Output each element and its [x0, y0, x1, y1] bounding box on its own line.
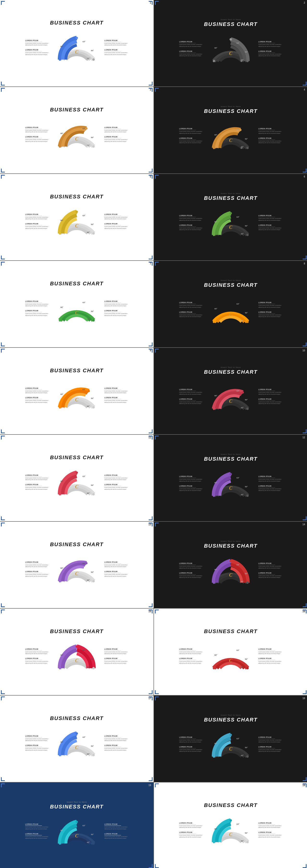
svg-point-152: [75, 821, 78, 823]
svg-text:50°: 50°: [91, 745, 94, 747]
donut-chart-20: C 80° 63° 50° 42°: [207, 811, 255, 849]
corner-tl: [1, 696, 5, 700]
corner-bl: [155, 690, 159, 694]
svg-point-49: [213, 234, 215, 236]
svg-text:C: C: [75, 136, 78, 142]
corner-br: [149, 864, 152, 868]
rb: Lorem ipsum dolor sit amet consectetur a…: [104, 477, 128, 481]
lb2: Lorem ipsum dolor sit amet consectetur a…: [25, 660, 49, 664]
lt: LOREM IPSUM: [179, 562, 203, 564]
rb: Lorem ipsum dolor sit amet consectetur a…: [258, 305, 282, 308]
svg-point-72: [59, 406, 61, 408]
svg-point-89: [75, 471, 78, 474]
corner-br: [303, 429, 307, 433]
svg-point-26: [87, 146, 89, 148]
rb: Lorem ipsum dolor sit amet consectetur a…: [104, 303, 128, 307]
chart-title: BUSINESS CHART: [50, 281, 103, 287]
slide-14: 14 Insert Text to Here BUSINESS CHART LO…: [154, 522, 307, 608]
label-group-2: LOREM IPSUM Lorem ipsum dolor sit amet c…: [25, 49, 49, 56]
svg-text:63°: 63°: [82, 302, 86, 304]
rt2: LOREM IPSUM: [258, 746, 282, 748]
lt: LOREM IPSUM: [179, 215, 203, 216]
svg-text:C: C: [75, 397, 78, 402]
svg-text:C: C: [229, 399, 232, 404]
lb: Lorem ipsum dolor sit amet consectetur a…: [25, 129, 49, 133]
rt2: LOREM IPSUM: [258, 398, 282, 400]
rt: LOREM IPSUM: [104, 648, 128, 650]
corner-br: [303, 864, 307, 868]
corner-bl: [155, 864, 159, 868]
label-line-2: [25, 51, 42, 52]
svg-text:80°: 80°: [61, 45, 63, 48]
left-labels: LOREM IPSUMLorem ipsum dolor sit amet co…: [23, 648, 49, 664]
corner-br: [149, 429, 152, 433]
right-label-line-2: [258, 53, 275, 53]
rb: Lorem ipsum dolor sit amet consectetur a…: [258, 131, 282, 134]
svg-text:42°: 42°: [87, 231, 90, 234]
rt: LOREM IPSUM: [258, 215, 282, 216]
svg-point-135: [59, 754, 61, 756]
chart-area: LOREM IPSUMLorem ipsum dolor sit amet co…: [162, 377, 300, 416]
corner-tl: [155, 783, 159, 787]
chart-area: LOREM IPSUMLorem ipsum dolor sit amet co…: [8, 550, 146, 588]
svg-point-25: [92, 145, 95, 148]
svg-text:C: C: [75, 223, 78, 228]
lt2: LOREM IPSUM: [179, 137, 203, 139]
chart-area: LOREM IPSUMLorem ipsum dolor sit amet co…: [162, 637, 300, 675]
lt2: LOREM IPSUM: [179, 658, 203, 659]
chart-title: BUSINESS CHART: [50, 541, 103, 548]
svg-text:80°: 80°: [214, 654, 217, 656]
svg-text:80°: 80°: [214, 134, 217, 136]
rt2: LOREM IPSUM: [258, 832, 282, 833]
right-labels: LOREM IPSUMLorem ipsum dolor sit amet co…: [258, 822, 285, 838]
rb: Lorem ipsum dolor sit amet consectetur a…: [258, 651, 282, 655]
svg-point-88: [59, 493, 61, 495]
svg-text:63°: 63°: [237, 649, 239, 651]
slide-16: 16 BUSINESS CHART LOREM IPSUMLorem ipsum…: [154, 609, 307, 695]
svg-point-105: [85, 562, 88, 564]
slide-number: 15: [148, 610, 151, 613]
svg-text:80°: 80°: [214, 47, 217, 49]
right-labels: LOREM IPSUMLorem ipsum dolor sit amet co…: [258, 215, 285, 231]
svg-text:50°: 50°: [245, 832, 248, 834]
svg-text:63°: 63°: [237, 129, 239, 131]
svg-text:50°: 50°: [245, 399, 248, 401]
slide-9: 9 BUSINESS CHART LOREM IPSUMLorem ipsum …: [0, 348, 154, 434]
svg-point-74: [92, 406, 95, 408]
lt2: LOREM IPSUM: [179, 398, 203, 400]
donut-chart-5: C 80° 63° 50° 42°: [53, 202, 101, 241]
chart-area: LOREM IPSUM Lorem ipsum dolor sit amet c…: [8, 28, 146, 67]
svg-text:42°: 42°: [87, 841, 90, 843]
left-labels: LOREM IPSUMLorem ipsum dolor sit amet co…: [177, 128, 203, 144]
svg-point-65: [213, 321, 215, 323]
right-labels: LOREM IPSUMLorem ipsum dolor sit amet co…: [258, 648, 285, 664]
left-labels: LOREM IPSUMLorem ipsum dolor sit amet co…: [177, 302, 203, 318]
svg-text:42°: 42°: [241, 407, 244, 409]
svg-point-42: [75, 211, 78, 213]
svg-text:C: C: [229, 51, 232, 56]
slide-5: 5 BUSINESS CHART LOREM IPSUMLorem ipsum …: [0, 174, 154, 260]
svg-point-58: [92, 319, 95, 321]
svg-text:50°: 50°: [91, 50, 94, 52]
left-labels: LOREM IPSUMLorem ipsum dolor sit amet co…: [23, 214, 49, 229]
svg-text:80°: 80°: [61, 741, 63, 743]
svg-text:80°: 80°: [61, 480, 63, 482]
svg-point-90: [92, 493, 95, 495]
rt2: LOREM IPSUM: [258, 485, 282, 487]
lb2: Lorem ipsum dolor sit amet consectetur a…: [25, 574, 49, 577]
chart-area: LOREM IPSUMLorem ipsum dolor sit amet co…: [8, 463, 146, 501]
svg-point-17: [241, 60, 242, 62]
svg-point-73: [88, 390, 90, 392]
svg-point-24: [85, 127, 88, 130]
lt2: LOREM IPSUM: [25, 833, 49, 835]
svg-text:63°: 63°: [237, 823, 239, 825]
slide-13: 13 BUSINESS CHART LOREM IPSUMLorem ipsum…: [0, 522, 154, 608]
svg-text:63°: 63°: [82, 562, 86, 564]
rb: Lorem ipsum dolor sit amet consectetur a…: [258, 478, 282, 482]
donut-chart-16: C 80° 63° 50° 42°: [207, 637, 255, 675]
left-labels: LOREM IPSUMLorem ipsum dolor sit amet co…: [23, 823, 49, 839]
right-labels: LOREM IPSUMLorem ipsum dolor sit amet co…: [258, 389, 285, 405]
lb: Lorem ipsum dolor sit amet consectetur a…: [179, 739, 203, 743]
rt2: LOREM IPSUM: [258, 224, 282, 226]
corner-br: [303, 82, 307, 86]
